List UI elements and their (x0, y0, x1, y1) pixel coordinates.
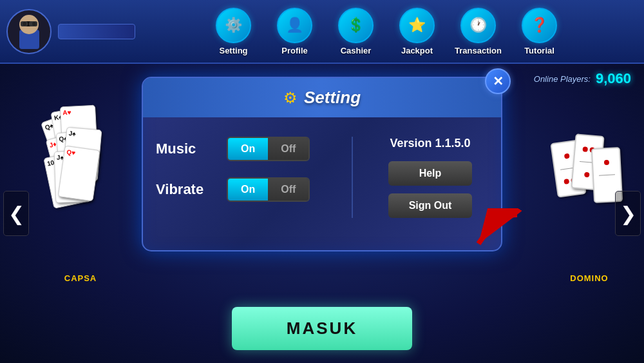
vibrate-on-button[interactable]: On (228, 179, 268, 201)
nav-transaction-label: Transaction (455, 46, 502, 55)
nav-setting[interactable]: ⚙️ Setting (206, 8, 261, 55)
nav-cashier[interactable]: 💲 Cashier (328, 8, 383, 55)
red-arrow-indicator (459, 208, 524, 253)
nav-profile-label: Profile (281, 46, 307, 55)
setting-icon: ⚙️ (216, 8, 251, 43)
music-on-button[interactable]: On (228, 138, 268, 160)
top-bar: ⚙️ Setting 👤 Profile 💲 Cashier ⭐ Jackpot… (0, 0, 644, 64)
masuk-container: MASUK (232, 307, 412, 350)
tutorial-icon: ❓ (522, 8, 557, 43)
avatar (6, 9, 52, 54)
vibrate-row: Vibrate On Off (156, 177, 332, 202)
music-toggle-group: On Off (227, 137, 310, 161)
avatar-area (6, 9, 135, 54)
nav-tutorial[interactable]: ❓ Tutorial (512, 8, 567, 55)
music-row: Music On Off (156, 137, 332, 161)
dialog-header: ⚙ Setting ✕ (143, 78, 501, 117)
nav-tutorial-label: Tutorial (524, 46, 554, 55)
vibrate-toggle-group: On Off (227, 177, 310, 202)
help-button[interactable]: Help (388, 161, 472, 186)
setting-gear-icon: ⚙ (283, 89, 298, 107)
nav-transaction[interactable]: 🕐 Transaction (451, 8, 506, 55)
music-off-button[interactable]: Off (268, 138, 308, 160)
main-area: Online Players: 9,060 ❮ Q♠ K♠ A♥ J♦ Q♠ J… (0, 64, 644, 363)
profile-icon: 👤 (277, 8, 312, 43)
nav-icons: ⚙️ Setting 👤 Profile 💲 Cashier ⭐ Jackpot… (135, 8, 638, 55)
nav-setting-label: Setting (219, 46, 247, 55)
nav-profile[interactable]: 👤 Profile (267, 8, 322, 55)
version-text: Version 1.1.5.0 (390, 137, 470, 150)
svg-point-5 (23, 22, 26, 26)
dialog-right: Version 1.1.5.0 Help Sign Out (372, 137, 488, 218)
masuk-button[interactable]: MASUK (232, 307, 412, 350)
transaction-icon: 🕐 (460, 8, 496, 43)
vibrate-off-button[interactable]: Off (268, 179, 308, 201)
nav-jackpot[interactable]: ⭐ Jackpot (390, 8, 444, 55)
svg-point-6 (32, 22, 36, 26)
music-label: Music (156, 141, 214, 157)
username-bar (58, 24, 135, 39)
setting-dialog: ⚙ Setting ✕ Music On Off Vi (142, 77, 502, 251)
vibrate-label: Vibrate (156, 181, 214, 198)
dialog-title: Setting (304, 88, 361, 108)
nav-cashier-label: Cashier (341, 46, 372, 55)
close-button[interactable]: ✕ (485, 68, 511, 94)
cashier-icon: 💲 (338, 8, 374, 43)
dialog-left: Music On Off Vibrate On Off (156, 137, 332, 218)
dialog-body: Music On Off Vibrate On Off (143, 117, 501, 231)
nav-jackpot-label: Jackpot (401, 46, 433, 55)
dialog-divider (352, 137, 353, 218)
jackpot-icon: ⭐ (399, 8, 435, 43)
